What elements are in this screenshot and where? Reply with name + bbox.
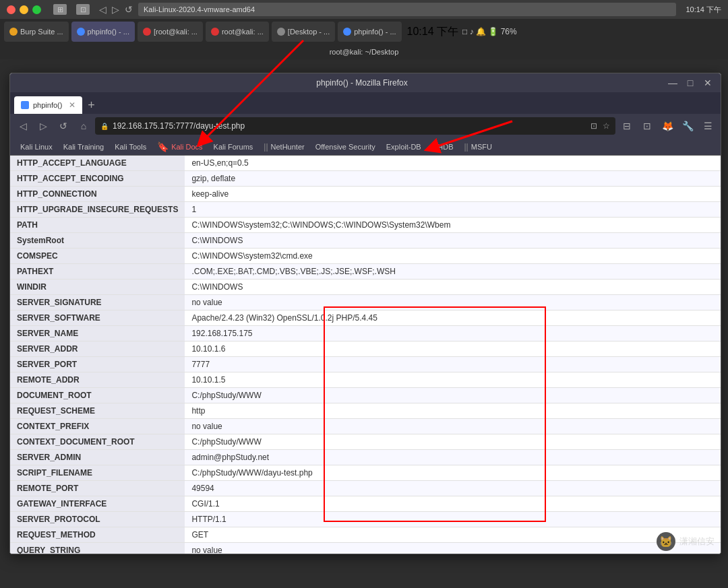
ff-bm-kalidocs[interactable]: 🔖 Kali Docs [152,139,207,154]
mac-url-text: Kali-Linux-2020.4-vmware-amd64 [144,5,255,13]
ff-reader-icon[interactable]: ⊡ [590,121,597,131]
taskbar-dot-2 [143,28,151,36]
phpinfo-key: PATHEXT [10,264,185,280]
table-row: SERVER_SOFTWAREApache/2.4.23 (Win32) Ope… [10,311,721,326]
ff-toolbar-right: ⊟ ⊡ 🦊 🔧 ☰ [618,117,717,135]
ff-restore-btn[interactable]: □ [684,77,696,88]
ff-bm-kalitools[interactable]: Kali Tools [110,139,151,154]
taskbar-label-5: phpinfo() - ... [354,28,396,36]
phpinfo-key: HTTP_CONNECTION [10,187,185,202]
taskbar-item-2[interactable]: [root@kali: ... [138,22,203,42]
taskbar-item-4[interactable]: [Desktop - ... [272,22,335,42]
taskbar: Burp Suite ... phpinfo() - ... [root@kal… [0,19,728,44]
mac-nav-right[interactable]: ▷ [112,4,119,15]
ff-title: phpinfo() - Mozilla Firefox [57,78,667,88]
table-row: REMOTE_ADDR10.10.1.5 [10,372,721,388]
outer-frame: ⊞ ⊡ ◁ ▷ ↺ Kali-Linux-2020.4-vmware-amd64… [0,0,728,588]
phpinfo-key: SERVER_SOFTWARE [10,311,185,326]
ff-back-btn[interactable]: ◁ [14,117,32,135]
mac-nav-refresh[interactable]: ↺ [125,4,133,15]
ff-bm-kalitraining[interactable]: Kali Training [59,139,109,154]
mac-menu-icons: ⊞ ⊡ [53,4,90,15]
taskbar-dot-0 [9,28,18,36]
taskbar-icons: □ ♪ 🔔 🔋 76% [462,27,517,36]
ff-minimize-btn[interactable]: — [667,77,679,88]
watermark: 🐱 潇湘信安 [657,532,715,551]
ff-close-btn[interactable]: ✕ [702,77,714,88]
table-row: SERVER_NAME192.168.175.175 [10,326,721,341]
ff-bm-kalitools-label: Kali Tools [115,143,146,151]
ff-bm-ghdb[interactable]: GHDB [427,139,458,154]
ff-bm-nethunter[interactable]: || NetHunter [259,139,309,154]
ff-navbar: ◁ ▷ ↺ ⌂ 🔒 192.168.175.175:7777/dayu-test… [10,114,721,138]
phpinfo-value: no value [185,295,721,311]
ff-address-bar[interactable]: 🔒 192.168.175.175:7777/dayu-test.php ⊡ ☆ [95,117,615,135]
mac-time: 10:14 下午 [686,5,721,15]
phpinfo-value: C:\WINDOWS [185,280,721,295]
table-row: PATHC:\WINDOWS\system32;C:\WINDOWS;C:\WI… [10,218,721,233]
phpinfo-key: REMOTE_ADDR [10,372,185,388]
mac-close-btn[interactable] [7,5,16,14]
phpinfo-value: .COM;.EXE;.BAT;.CMD;.VBS;.VBE;.JS;.JSE;.… [185,264,721,280]
mac-max-btn[interactable] [32,5,41,14]
mac-min-btn[interactable] [20,5,28,14]
phpinfo-value: C:\WINDOWS\system32\cmd.exe [185,249,721,264]
ff-pocket-icon[interactable]: ⊡ [638,117,656,135]
phpinfo-value: no value [185,543,721,554]
ff-refresh-btn[interactable]: ↺ [55,117,72,135]
ff-bm-nethunter-label: NetHunter [271,143,305,151]
phpinfo-value: C:\WINDOWS [185,233,721,249]
phpinfo-key: REQUEST_METHOD [10,527,185,543]
table-row: SERVER_PROTOCOLHTTP/1.1 [10,512,721,527]
taskbar-item-1[interactable]: phpinfo() - ... [71,22,135,42]
phpinfo-value: C:/phpStudy/WWW [185,388,721,403]
ff-bm-ghdb-label: GHDB [432,143,454,151]
table-row: PATHEXT.COM;.EXE;.BAT;.CMD;.VBS;.VBE;.JS… [10,264,721,280]
phpinfo-key: SCRIPT_FILENAME [10,465,185,481]
ff-home-btn[interactable]: ⌂ [75,117,92,135]
taskbar-item-3[interactable]: root@kali: ... [206,22,269,42]
mac-url-bar[interactable]: Kali-Linux-2020.4-vmware-amd64 [138,3,676,16]
taskbar-dot-1 [77,28,85,36]
phpinfo-key: SERVER_PORT [10,357,185,372]
ff-tab-close[interactable]: ✕ [69,100,75,110]
mac-icon-1[interactable]: ⊞ [53,4,67,15]
mac-nav-left[interactable]: ◁ [99,4,107,15]
ff-bm-kaliforums[interactable]: Kali Forums [209,139,258,154]
ff-bm-offsec[interactable]: Offensive Security [311,139,380,154]
ff-content: HTTP_ACCEPT_LANGUAGEen-US,en;q=0.5HTTP_A… [10,156,721,554]
ff-bm-exploitdb[interactable]: Exploit-DB [382,139,426,154]
ff-bm-kalilinux[interactable]: Kali Linux [16,139,57,154]
watermark-text: 潇湘信安 [679,535,715,548]
ff-address-right: ⊡ ☆ [590,121,610,131]
ff-bm-msfu-icon: || [464,142,468,152]
taskbar-item-5[interactable]: phpinfo() - ... [338,22,401,42]
phpinfo-key: REQUEST_SCHEME [10,403,185,419]
phpinfo-key: SERVER_SIGNATURE [10,295,185,311]
table-row: HTTP_CONNECTIONkeep-alive [10,187,721,202]
table-row: WINDIRC:\WINDOWS [10,280,721,295]
ff-tab-label: phpinfo() [33,101,62,109]
ff-firefox-icon[interactable]: 🦊 [659,117,676,135]
table-row: REMOTE_PORT49594 [10,481,721,496]
ff-menu-btn[interactable]: ☰ [699,117,717,135]
phpinfo-value: en-US,en;q=0.5 [185,156,721,171]
table-row: GATEWAY_INTERFACECGI/1.1 [10,496,721,512]
ff-bm-kalidocs-icon: 🔖 [157,141,169,152]
ff-forward-btn[interactable]: ▷ [34,117,52,135]
phpinfo-key: COMSPEC [10,249,185,264]
ff-tab-add[interactable]: + [82,96,100,114]
taskbar-dot-4 [277,28,285,36]
mac-icon-2[interactable]: ⊡ [76,4,90,15]
ff-bm-msfu[interactable]: || MSFU [459,139,496,154]
table-row: HTTP_ACCEPT_ENCODINGgzip, deflate [10,171,721,187]
taskbar-item-0[interactable]: Burp Suite ... [4,22,69,42]
table-row: REQUEST_METHODGET [10,527,721,543]
ff-extension-icon[interactable]: 🔧 [679,117,696,135]
ff-tab-phpinfo[interactable]: phpinfo() ✕ [14,96,82,114]
table-row: SERVER_ADDR10.10.1.6 [10,341,721,357]
ff-win-controls: — □ ✕ [667,77,714,88]
ff-library-icon[interactable]: ⊟ [618,117,636,135]
phpinfo-value: C:\WINDOWS\system32;C:\WINDOWS;C:\WINDOW… [185,218,721,233]
ff-bookmark-icon[interactable]: ☆ [603,121,610,131]
